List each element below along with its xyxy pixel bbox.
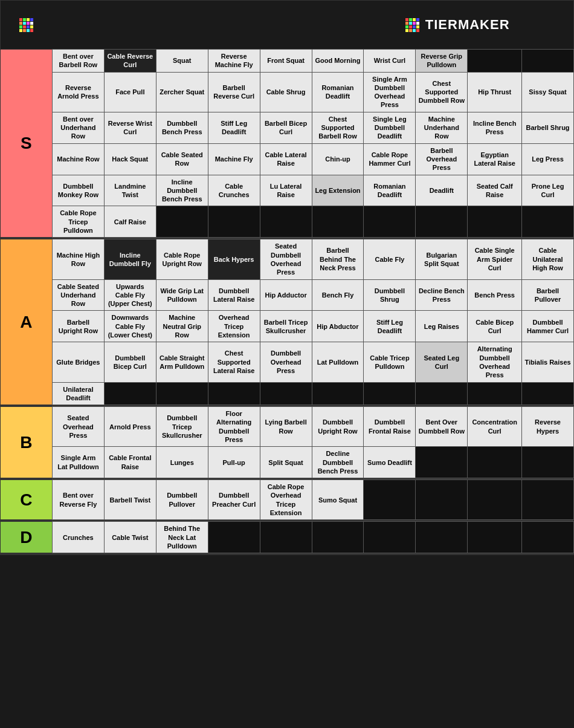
exercise-cell[interactable]: Hack Squat — [104, 143, 156, 175]
exercise-cell[interactable]: Cable Shrug — [260, 72, 312, 112]
exercise-cell[interactable]: Incline Dumbbell Fly — [104, 239, 156, 279]
exercise-cell[interactable]: Crunches — [52, 522, 104, 553]
exercise-cell[interactable]: Single Leg Dumbbell Deadlift — [364, 112, 416, 143]
exercise-cell[interactable]: Wrist Curl — [364, 50, 416, 73]
exercise-cell[interactable]: Incline Bench Press — [468, 112, 522, 143]
exercise-cell[interactable]: Cable Unilateral High Row — [522, 239, 574, 279]
exercise-cell[interactable]: Behind The Neck Lat Pulldown — [156, 522, 208, 553]
exercise-cell[interactable]: Bent over Barbell Row — [52, 50, 104, 73]
exercise-cell[interactable]: Dumbbell Shrug — [364, 279, 416, 311]
exercise-cell[interactable]: Squat — [156, 50, 208, 73]
exercise-cell[interactable]: Dumbbell Preacher Curl — [208, 480, 260, 520]
exercise-cell[interactable]: Leg Extension — [312, 175, 364, 206]
exercise-cell[interactable]: Cable Straight Arm Pulldown — [156, 342, 208, 382]
exercise-cell[interactable]: Zercher Squat — [156, 72, 208, 112]
exercise-cell[interactable]: Chest Supported Dumbbell Row — [416, 72, 468, 112]
exercise-cell[interactable]: Single Arm Dumbbell Overhead Press — [364, 72, 416, 112]
exercise-cell[interactable]: Cable Bicep Curl — [468, 311, 522, 342]
exercise-cell[interactable]: Tibialis Raises — [522, 342, 574, 382]
exercise-cell[interactable]: Barbell Reverse Curl — [208, 72, 260, 112]
exercise-cell[interactable]: Machine Neutral Grip Row — [156, 311, 208, 342]
exercise-cell[interactable]: Hip Adductor — [260, 279, 312, 311]
exercise-cell[interactable]: Upwards Cable Fly (Upper Chest) — [104, 279, 156, 311]
exercise-cell[interactable]: Barbell Upright Row — [52, 311, 104, 342]
exercise-cell[interactable]: Back Hypers — [208, 239, 260, 279]
exercise-cell[interactable]: Seated Overhead Press — [52, 407, 104, 447]
exercise-cell[interactable]: Romanian Deadlift — [364, 175, 416, 206]
exercise-cell[interactable]: Cable Rope Overhead Tricep Extension — [260, 480, 312, 520]
exercise-cell[interactable]: Reverse Arnold Press — [52, 72, 104, 112]
exercise-cell[interactable] — [260, 206, 312, 238]
exercise-cell[interactable]: Lat Pulldown — [312, 342, 364, 382]
exercise-cell[interactable]: Cable Rope Tricep Pulldown — [52, 206, 104, 238]
exercise-cell[interactable]: Dumbbell Hammer Curl — [522, 311, 574, 342]
exercise-cell[interactable]: Landmine Twist — [104, 175, 156, 206]
exercise-cell[interactable] — [208, 206, 260, 238]
exercise-cell[interactable]: Cable Seated Underhand Row — [52, 279, 104, 311]
exercise-cell[interactable] — [468, 206, 522, 238]
exercise-cell[interactable]: Sumo Deadlift — [364, 447, 416, 478]
exercise-cell[interactable] — [468, 522, 522, 553]
exercise-cell[interactable]: Front Squat — [260, 50, 312, 73]
exercise-cell[interactable]: Bench Fly — [312, 279, 364, 311]
exercise-cell[interactable]: Cable Rope Upright Row — [156, 239, 208, 279]
exercise-cell[interactable]: Seated Calf Raise — [468, 175, 522, 206]
exercise-cell[interactable]: Hip Thrust — [468, 72, 522, 112]
exercise-cell[interactable]: Machine Row — [52, 143, 104, 175]
exercise-cell[interactable]: Machine Underhand Row — [416, 112, 468, 143]
exercise-cell[interactable]: Machine Fly — [208, 143, 260, 175]
exercise-cell[interactable]: Bench Press — [468, 279, 522, 311]
exercise-cell[interactable]: Decline Dumbbell Bench Press — [312, 447, 364, 478]
exercise-cell[interactable]: Bent Over Dumbbell Row — [416, 407, 468, 447]
exercise-cell[interactable]: Calf Raise — [104, 206, 156, 238]
exercise-cell[interactable] — [416, 522, 468, 553]
exercise-cell[interactable]: Reverse Hypers — [522, 407, 574, 447]
exercise-cell[interactable]: Stiff Leg Deadlift — [364, 311, 416, 342]
exercise-cell[interactable] — [260, 382, 312, 405]
exercise-cell[interactable]: Dumbbell Bench Press — [156, 112, 208, 143]
exercise-cell[interactable]: Prone Leg Curl — [522, 175, 574, 206]
exercise-cell[interactable]: Dumbbell Upright Row — [312, 407, 364, 447]
exercise-cell[interactable]: Cable Frontal Raise — [104, 447, 156, 478]
exercise-cell[interactable] — [156, 206, 208, 238]
exercise-cell[interactable]: Reverse Grip Pulldown — [416, 50, 468, 73]
exercise-cell[interactable]: Wide Grip Lat Pulldown — [156, 279, 208, 311]
exercise-cell[interactable]: Barbell Overhead Press — [416, 143, 468, 175]
exercise-cell[interactable]: Dumbbell Pullover — [156, 480, 208, 520]
exercise-cell[interactable]: Reverse Wrist Curl — [104, 112, 156, 143]
exercise-cell[interactable] — [364, 206, 416, 238]
exercise-cell[interactable]: Split Squat — [260, 447, 312, 478]
exercise-cell[interactable]: Cable Lateral Raise — [260, 143, 312, 175]
exercise-cell[interactable]: Dumbbell Tricep Skullcrusher — [156, 407, 208, 447]
exercise-cell[interactable] — [364, 480, 416, 520]
exercise-cell[interactable]: Seated Dumbbell Overhead Press — [260, 239, 312, 279]
exercise-cell[interactable]: Face Pull — [104, 72, 156, 112]
exercise-cell[interactable]: Romanian Deadlift — [312, 72, 364, 112]
exercise-cell[interactable]: Barbell Behind The Neck Press — [312, 239, 364, 279]
exercise-cell[interactable] — [468, 50, 522, 73]
exercise-cell[interactable] — [104, 382, 156, 405]
exercise-cell[interactable]: Glute Bridges — [52, 342, 104, 382]
exercise-cell[interactable]: Bent over Underhand Row — [52, 112, 104, 143]
exercise-cell[interactable] — [416, 480, 468, 520]
exercise-cell[interactable]: Arnold Press — [104, 407, 156, 447]
exercise-cell[interactable]: Seated Leg Curl — [416, 342, 468, 382]
exercise-cell[interactable]: Cable Single Arm Spider Curl — [468, 239, 522, 279]
exercise-cell[interactable]: Chest Supported Barbell Row — [312, 112, 364, 143]
exercise-cell[interactable]: Hip Abductor — [312, 311, 364, 342]
exercise-cell[interactable] — [522, 50, 574, 73]
exercise-cell[interactable] — [522, 480, 574, 520]
exercise-cell[interactable]: Barbell Bicep Curl — [260, 112, 312, 143]
exercise-cell[interactable]: Cable Rope Hammer Curl — [364, 143, 416, 175]
exercise-cell[interactable] — [468, 480, 522, 520]
exercise-cell[interactable]: Incline Dumbbell Bench Press — [156, 175, 208, 206]
exercise-cell[interactable] — [416, 206, 468, 238]
exercise-cell[interactable]: Bent over Reverse Fly — [52, 480, 104, 520]
exercise-cell[interactable] — [364, 382, 416, 405]
exercise-cell[interactable]: Downwards Cable Fly (Lower Chest) — [104, 311, 156, 342]
exercise-cell[interactable] — [522, 447, 574, 478]
exercise-cell[interactable]: Barbell Tricep Skullcrusher — [260, 311, 312, 342]
exercise-cell[interactable]: Cable Crunches — [208, 175, 260, 206]
exercise-cell[interactable]: Pull-up — [208, 447, 260, 478]
exercise-cell[interactable]: Cable Reverse Curl — [104, 50, 156, 73]
